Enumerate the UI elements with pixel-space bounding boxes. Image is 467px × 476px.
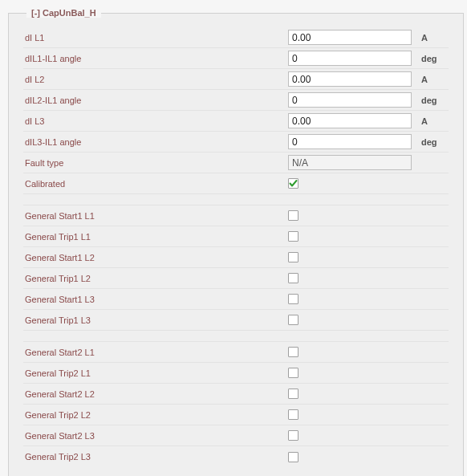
gt2l3-checkbox[interactable]: [288, 452, 298, 462]
diL1-unit: A: [416, 33, 449, 43]
diL3-row: dI L3A: [23, 111, 449, 132]
gt2l1-label: General Trip2 L1: [23, 368, 288, 378]
calibrated-row: Calibrated: [23, 173, 449, 194]
gs1l2-row: General Start1 L2: [23, 247, 449, 268]
gt1l2-label: General Trip1 L2: [23, 274, 288, 283]
capunbal-h-panel: [-] CapUnBal_H dI L1AdIL1-IL1 angledegdI…: [8, 8, 464, 476]
diL1-value-cell: [288, 30, 416, 45]
diL1-row: dI L1A: [23, 27, 449, 48]
diL2-value-cell: [288, 71, 416, 87]
gt1l3-label: General Trip1 L3: [23, 315, 288, 325]
diL2IL1ang-row: dIL2-IL1 angledeg: [23, 90, 449, 111]
gt2l2-row: General Trip2 L2: [23, 405, 449, 425]
fault-type-value-cell: [288, 155, 416, 170]
diL1-input[interactable]: [288, 30, 412, 45]
diL3IL1ang-input[interactable]: [288, 134, 412, 149]
gt1l1-label: General Trip1 L1: [23, 232, 288, 242]
gs1l1-value-cell: [288, 210, 416, 221]
diL2IL1ang-input[interactable]: [288, 92, 412, 108]
gs2l3-label: General Start2 L3: [23, 431, 288, 441]
gt2l3-value-cell: [288, 452, 416, 462]
gs1l1-label: General Start1 L1: [23, 211, 288, 221]
diL3IL1ang-unit: deg: [416, 137, 449, 147]
fault-type-row: Fault type: [23, 153, 449, 173]
diL1IL1ang-input[interactable]: [288, 51, 412, 66]
gs2l2-checkbox[interactable]: [288, 389, 298, 399]
gt2l2-value-cell: [288, 409, 416, 420]
gt2l1-row: General Trip2 L1: [23, 363, 449, 384]
diL3IL1ang-value-cell: [288, 134, 416, 149]
gs2l2-row: General Start2 L2: [23, 384, 449, 405]
gt1l2-checkbox[interactable]: [288, 273, 298, 283]
spacer-1: [23, 194, 449, 205]
gs2l3-row: General Start2 L3: [23, 425, 449, 446]
diL1IL1ang-label: dIL1-IL1 angle: [23, 54, 288, 63]
gt1l1-row: General Trip1 L1: [23, 226, 449, 247]
diL3IL1ang-label: dIL3-IL1 angle: [23, 137, 288, 147]
spacer-2: [23, 331, 449, 342]
gt1l3-checkbox[interactable]: [288, 315, 298, 325]
gs1l3-row: General Start1 L3: [23, 289, 449, 310]
diL2-unit: A: [416, 75, 449, 84]
gs1l2-checkbox[interactable]: [288, 252, 298, 262]
diL2IL1ang-label: dIL2-IL1 angle: [23, 96, 288, 105]
diL2-label: dI L2: [23, 75, 288, 84]
gs2l3-value-cell: [288, 430, 416, 441]
gs2l1-checkbox[interactable]: [288, 347, 298, 357]
gs2l2-label: General Start2 L2: [23, 389, 288, 399]
gs1l1-row: General Start1 L1: [23, 205, 449, 226]
gt2l2-checkbox[interactable]: [288, 409, 298, 420]
gt2l3-label: General Trip2 L3: [23, 452, 288, 462]
gt1l3-row: General Trip1 L3: [23, 310, 449, 331]
gt1l1-value-cell: [288, 231, 416, 242]
gt1l3-value-cell: [288, 315, 416, 325]
calibrated-value-cell: [288, 178, 416, 189]
gs1l3-label: General Start1 L3: [23, 295, 288, 304]
gt2l2-label: General Trip2 L2: [23, 410, 288, 420]
gt1l2-value-cell: [288, 273, 416, 283]
gs1l1-checkbox[interactable]: [288, 210, 298, 221]
gs1l2-label: General Start1 L2: [23, 253, 288, 262]
diL3-label: dI L3: [23, 116, 288, 126]
fault-type-input: [288, 155, 412, 170]
gs2l1-label: General Start2 L1: [23, 348, 288, 357]
gt2l3-row: General Trip2 L3: [23, 446, 449, 467]
diL2IL1ang-value-cell: [288, 92, 416, 108]
diL3-input[interactable]: [288, 113, 412, 128]
gs2l2-value-cell: [288, 389, 416, 399]
diL1IL1ang-unit: deg: [416, 54, 449, 63]
gt2l1-value-cell: [288, 368, 416, 378]
gs1l3-value-cell: [288, 294, 416, 304]
panel-legend[interactable]: [-] CapUnBal_H: [26, 8, 101, 18]
gt2l1-checkbox[interactable]: [288, 368, 298, 378]
gt1l2-row: General Trip1 L2: [23, 268, 449, 289]
gs2l3-checkbox[interactable]: [288, 430, 298, 441]
diL2IL1ang-unit: deg: [416, 96, 449, 105]
gs2l1-row: General Start2 L1: [23, 342, 449, 363]
diL3IL1ang-row: dIL3-IL1 angledeg: [23, 132, 449, 153]
gs2l1-value-cell: [288, 347, 416, 357]
diL3-value-cell: [288, 113, 416, 128]
calibrated-label: Calibrated: [23, 179, 288, 189]
diL2-input[interactable]: [288, 71, 412, 87]
gt1l1-checkbox[interactable]: [288, 231, 298, 242]
calibrated-checkbox[interactable]: [288, 178, 298, 189]
diL1-label: dI L1: [23, 33, 288, 43]
fault-type-label: Fault type: [23, 158, 288, 168]
diL3-unit: A: [416, 116, 449, 126]
gs1l2-value-cell: [288, 252, 416, 262]
gs1l3-checkbox[interactable]: [288, 294, 298, 304]
diL1IL1ang-row: dIL1-IL1 angledeg: [23, 48, 449, 69]
diL2-row: dI L2A: [23, 69, 449, 90]
diL1IL1ang-value-cell: [288, 51, 416, 66]
